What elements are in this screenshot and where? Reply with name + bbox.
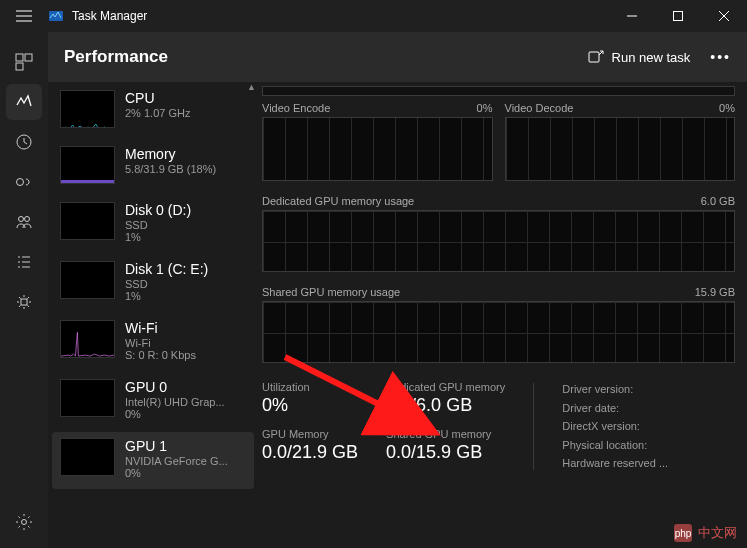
- utilization-label: Utilization: [262, 381, 358, 393]
- nav-processes-icon[interactable]: [6, 44, 42, 80]
- reserved-label: Hardware reserved ...: [562, 455, 668, 472]
- details-panel: Video Encode 0% Video Decode 0%: [258, 82, 747, 548]
- minimize-button[interactable]: [609, 0, 655, 32]
- video-decode-label: Video Decode: [505, 102, 574, 114]
- close-button[interactable]: [701, 0, 747, 32]
- svg-point-6: [17, 179, 24, 186]
- hamburger-menu-button[interactable]: [8, 0, 40, 32]
- dedicated-usage-label: Dedicated GPU memory usage: [262, 195, 414, 207]
- gpu-memory-label: GPU Memory: [262, 428, 358, 440]
- disk1-thumbnail-chart: [60, 261, 115, 299]
- video-encode-chart: [262, 117, 493, 181]
- wifi-thumbnail-chart: [60, 320, 115, 358]
- location-label: Physical location:: [562, 437, 668, 454]
- performance-sidebar: ▲ CPU 2% 1.07 GHz Memory 5.8/31.9 GB: [48, 82, 258, 548]
- nav-history-icon[interactable]: [6, 124, 42, 160]
- dedicated-mem-label: Dedicated GPU memory: [386, 381, 505, 393]
- memory-thumbnail-chart: [60, 146, 115, 184]
- utilization-value: 0%: [262, 395, 358, 416]
- maximize-button[interactable]: [655, 0, 701, 32]
- dedicated-usage-chart: [262, 210, 735, 272]
- svg-rect-2: [16, 54, 23, 61]
- sidebar-item-gpu1[interactable]: GPU 1 NVIDIA GeForce G... 0%: [52, 432, 254, 489]
- svg-point-8: [25, 217, 30, 222]
- stats-divider: [533, 383, 534, 470]
- sidebar-item-label: CPU: [125, 90, 190, 106]
- gpu1-thumbnail-chart: [60, 438, 115, 476]
- sidebar-item-label: GPU 1: [125, 438, 228, 454]
- video-encode-pct: 0%: [477, 102, 493, 114]
- nav-settings-icon[interactable]: [6, 504, 42, 540]
- gpu-memory-value: 0.0/21.9 GB: [262, 442, 358, 463]
- nav-users-icon[interactable]: [6, 204, 42, 240]
- dedicated-mem-value: 0.0/6.0 GB: [386, 395, 505, 416]
- svg-rect-4: [16, 63, 23, 70]
- video-decode-pct: 0%: [719, 102, 735, 114]
- sidebar-item-label: GPU 0: [125, 379, 225, 395]
- top-chart-fragment: [262, 86, 735, 96]
- more-options-button[interactable]: •••: [710, 49, 731, 65]
- app-icon: [48, 8, 64, 24]
- window-title: Task Manager: [72, 9, 147, 23]
- nav-services-icon[interactable]: [6, 284, 42, 320]
- sidebar-item-gpu0[interactable]: GPU 0 Intel(R) UHD Grap... 0%: [52, 373, 254, 430]
- sidebar-item-disk1[interactable]: Disk 1 (C: E:) SSD 1%: [52, 255, 254, 312]
- shared-mem-label: Shared GPU memory: [386, 428, 505, 440]
- shared-usage-chart: [262, 301, 735, 363]
- svg-rect-11: [589, 52, 599, 62]
- sidebar-item-label: Wi-Fi: [125, 320, 196, 336]
- sidebar-item-label: Disk 1 (C: E:): [125, 261, 208, 277]
- driver-version-label: Driver version:: [562, 381, 668, 398]
- svg-rect-9: [21, 299, 27, 305]
- driver-date-label: Driver date:: [562, 400, 668, 417]
- svg-point-7: [19, 217, 24, 222]
- nav-startup-icon[interactable]: [6, 164, 42, 200]
- directx-label: DirectX version:: [562, 418, 668, 435]
- gpu0-thumbnail-chart: [60, 379, 115, 417]
- svg-rect-3: [25, 54, 32, 61]
- shared-usage-label: Shared GPU memory usage: [262, 286, 400, 298]
- scroll-up-icon[interactable]: ▲: [247, 82, 256, 92]
- shared-mem-value: 0.0/15.9 GB: [386, 442, 505, 463]
- svg-rect-1: [674, 12, 683, 21]
- watermark-logo-icon: php: [674, 524, 692, 542]
- run-new-task-button[interactable]: Run new task: [588, 49, 691, 65]
- video-decode-chart: [505, 117, 736, 181]
- sidebar-item-cpu[interactable]: CPU 2% 1.07 GHz: [52, 84, 254, 138]
- shared-usage-max: 15.9 GB: [695, 286, 735, 298]
- dedicated-usage-max: 6.0 GB: [701, 195, 735, 207]
- sidebar-item-memory[interactable]: Memory 5.8/31.9 GB (18%): [52, 140, 254, 194]
- video-encode-label: Video Encode: [262, 102, 330, 114]
- nav-details-icon[interactable]: [6, 244, 42, 280]
- svg-point-10: [22, 520, 27, 525]
- cpu-thumbnail-chart: [60, 90, 115, 128]
- disk0-thumbnail-chart: [60, 202, 115, 240]
- sidebar-item-disk0[interactable]: Disk 0 (D:) SSD 1%: [52, 196, 254, 253]
- watermark: php 中文网: [674, 524, 737, 542]
- sidebar-item-wifi[interactable]: Wi-Fi Wi-Fi S: 0 R: 0 Kbps: [52, 314, 254, 371]
- nav-performance-icon[interactable]: [6, 84, 42, 120]
- run-task-icon: [588, 49, 604, 65]
- page-title: Performance: [64, 47, 168, 67]
- sidebar-item-label: Memory: [125, 146, 216, 162]
- sidebar-item-label: Disk 0 (D:): [125, 202, 191, 218]
